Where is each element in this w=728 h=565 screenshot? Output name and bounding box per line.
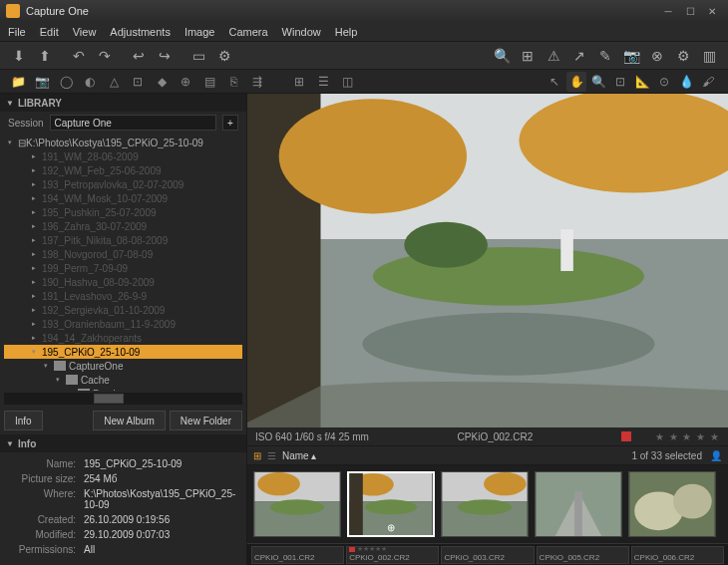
tree-item[interactable]: ▸192_WM_Feb_25-06-2009 xyxy=(4,163,242,177)
brush-tool-icon[interactable]: 🖌 xyxy=(698,72,718,92)
film-item[interactable]: CPKiO_006.CR2 xyxy=(631,546,724,564)
tree-item[interactable]: ▸195_Pushkin_25-07-2009 xyxy=(4,205,242,219)
expand-icon[interactable]: ↗ xyxy=(568,45,590,67)
menu-help[interactable]: Help xyxy=(335,26,358,38)
rotate-cw-icon[interactable]: ↷ xyxy=(94,45,116,67)
user-icon[interactable]: 👤 xyxy=(710,450,722,461)
folder-tree[interactable]: ▾⊟ K:\Photos\Kostya\195_CPKiO_25-10-09 ▸… xyxy=(0,134,246,391)
svg-rect-23 xyxy=(574,491,582,536)
rating-stars[interactable]: ★ ★ ★ ★ ★ xyxy=(655,431,720,442)
film-item[interactable]: CPKiO_005.CR2 xyxy=(537,546,629,564)
gear-icon[interactable]: ⚙ xyxy=(672,45,694,67)
tree-item[interactable]: ▾CaptureOne xyxy=(4,359,242,373)
automate-icon[interactable]: ⚙ xyxy=(213,45,235,67)
camera-icon[interactable]: 📷 xyxy=(620,45,642,67)
maximize-button[interactable]: ☐ xyxy=(680,4,700,18)
tree-item[interactable]: ▸194_14_Zakhoperants xyxy=(4,331,242,345)
thumb-grid-icon[interactable]: ⊞ xyxy=(253,450,261,461)
menu-window[interactable]: Window xyxy=(282,26,321,38)
crop-tab-icon[interactable]: ⊡ xyxy=(128,72,148,92)
tree-item[interactable]: ▸192_Sergievka_01-10-2009 xyxy=(4,303,242,317)
pointer-tool-icon[interactable]: ↖ xyxy=(545,72,564,92)
add-session-button[interactable]: + xyxy=(222,115,238,131)
menu-edit[interactable]: Edit xyxy=(40,26,59,38)
thumbnail[interactable] xyxy=(628,471,716,537)
cursor-icon[interactable]: ▭ xyxy=(187,45,209,67)
tree-item[interactable]: ▸193_Oranienbaum_11-9-2009 xyxy=(4,317,242,331)
tree-item[interactable]: ▸191_Levashovo_26-9-9 xyxy=(4,289,242,303)
rotate-ccw-icon[interactable]: ↶ xyxy=(68,45,90,67)
menu-view[interactable]: View xyxy=(73,26,97,38)
thumbnail[interactable] xyxy=(441,471,529,537)
sort-column[interactable]: Name ▴ xyxy=(282,450,316,461)
thumbnail[interactable] xyxy=(253,471,341,537)
tree-item[interactable]: ▸193_Petropavlovka_02-07-2009 xyxy=(4,177,242,191)
view-grid-icon[interactable]: ⊞ xyxy=(289,72,309,92)
tree-item[interactable]: Proxies xyxy=(4,387,242,391)
tree-item[interactable]: ▸196_Zahra_30-07-2009 xyxy=(4,219,242,233)
info-header[interactable]: ▼Info xyxy=(0,434,246,452)
straighten-tool-icon[interactable]: 📐 xyxy=(632,72,652,92)
hand-tool-icon[interactable]: ✋ xyxy=(566,72,586,92)
list-icon[interactable]: ☰ xyxy=(267,450,276,461)
new-folder-button[interactable]: New Folder xyxy=(170,411,242,430)
tree-item[interactable]: ▸190_Hashva_08-09-2009 xyxy=(4,275,242,289)
export-icon[interactable]: ⬆ xyxy=(34,45,56,67)
filmstrip: CPKiO_001.CR2 ★★★★★CPKiO_002.CR2 CPKiO_0… xyxy=(247,543,728,565)
tree-root[interactable]: ▾⊟ K:\Photos\Kostya\195_CPKiO_25-10-09 xyxy=(4,136,242,149)
tree-item[interactable]: ▸194_WM_Mosk_10-07-2009 xyxy=(4,191,242,205)
view-split-icon[interactable]: ◫ xyxy=(337,72,357,92)
sharpen-tab-icon[interactable]: ◆ xyxy=(152,72,172,92)
tree-item[interactable]: ▸191_WM_28-06-2009 xyxy=(4,149,242,163)
capture-tab-icon[interactable]: 📷 xyxy=(32,72,52,92)
warning-icon[interactable]: ⚠ xyxy=(543,45,564,67)
menu-camera[interactable]: Camera xyxy=(228,26,267,38)
spot-tool-icon[interactable]: ⊙ xyxy=(654,72,674,92)
tree-item[interactable]: ▸197_Pitk_Nikita_08-08-2009 xyxy=(4,233,242,247)
film-item[interactable]: ★★★★★CPKiO_002.CR2 xyxy=(346,546,439,564)
menu-image[interactable]: Image xyxy=(184,26,215,38)
preview-image[interactable] xyxy=(247,94,728,427)
lens-tab-icon[interactable]: △ xyxy=(104,72,124,92)
menu-adjustments[interactable]: Adjustments xyxy=(110,26,171,38)
folder-tab-icon[interactable]: 📁 xyxy=(8,72,28,92)
adjust-tab-icon[interactable]: ⊕ xyxy=(176,72,195,92)
search-icon[interactable]: 🔍 xyxy=(491,45,513,67)
library-header[interactable]: ▼LIBRARY xyxy=(0,94,246,112)
zoom-tool-icon[interactable]: 🔍 xyxy=(588,72,608,92)
film-item[interactable]: CPKiO_003.CR2 xyxy=(441,546,534,564)
menu-file[interactable]: File xyxy=(8,26,26,38)
thumbnail-selected[interactable]: ⊕ xyxy=(347,471,435,537)
panel-icon[interactable]: ▥ xyxy=(698,45,720,67)
film-item[interactable]: CPKiO_001.CR2 xyxy=(251,546,344,564)
output-tab-icon[interactable]: ⎘ xyxy=(223,72,243,92)
crop-tool-icon[interactable]: ⊡ xyxy=(610,72,630,92)
app-title: Capture One xyxy=(26,5,656,17)
meta-tab-icon[interactable]: ▤ xyxy=(199,72,219,92)
view-list-icon[interactable]: ☰ xyxy=(313,72,333,92)
tree-item[interactable]: ▾Cache xyxy=(4,373,242,387)
minimize-button[interactable]: ─ xyxy=(658,4,678,18)
color-tab-icon[interactable]: ◯ xyxy=(56,72,76,92)
wb-tool-icon[interactable]: 💧 xyxy=(676,72,696,92)
cancel-icon[interactable]: ⊗ xyxy=(646,45,668,67)
import-icon[interactable]: ⬇ xyxy=(8,45,30,67)
session-select[interactable]: Capture One xyxy=(50,115,216,131)
thumbnail-strip[interactable]: ⊕ xyxy=(247,465,728,543)
exposure-tab-icon[interactable]: ◐ xyxy=(80,72,100,92)
redo-icon[interactable]: ↪ xyxy=(154,45,176,67)
tree-hscroll[interactable] xyxy=(4,393,242,405)
batch-tab-icon[interactable]: ⇶ xyxy=(247,72,267,92)
tree-item[interactable]: ▸198_Novgorod_07-08-09 xyxy=(4,247,242,261)
tree-item-selected[interactable]: ▾195_CPKiO_25-10-09 xyxy=(4,345,242,359)
new-album-button[interactable]: New Album xyxy=(93,411,166,430)
info-button[interactable]: Info xyxy=(4,411,43,430)
edit-icon[interactable]: ✎ xyxy=(594,45,616,67)
tree-item[interactable]: ▸199_Perm_7-09-09 xyxy=(4,261,242,275)
color-tag-icon[interactable] xyxy=(621,431,631,441)
close-button[interactable]: ✕ xyxy=(702,4,722,18)
grid-icon[interactable]: ⊞ xyxy=(517,45,539,67)
thumbnail[interactable] xyxy=(535,471,622,537)
undo-icon[interactable]: ↩ xyxy=(128,45,150,67)
exif-info: ISO 640 1/60 s f/4 25 mm xyxy=(255,431,369,442)
